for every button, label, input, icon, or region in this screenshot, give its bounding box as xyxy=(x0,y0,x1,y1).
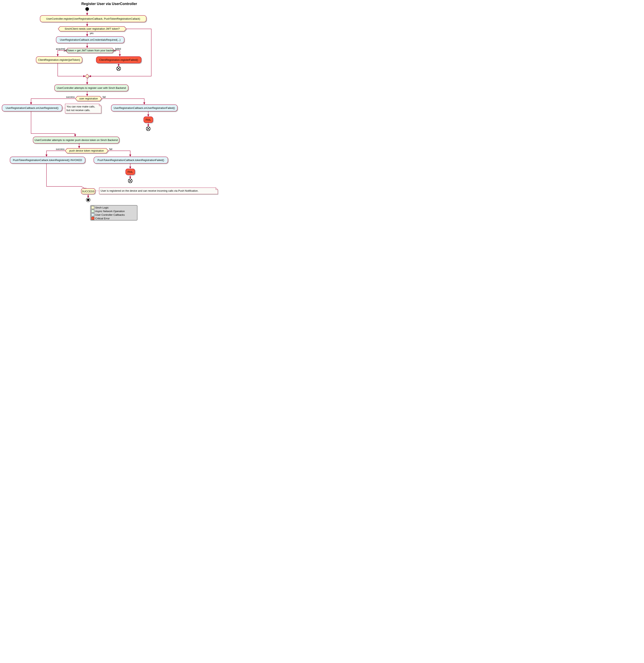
node-token-failed-text: PushTokenRegistrationCallback.tokenRegis… xyxy=(98,159,164,161)
note-make-calls-line2: but not receive calls. xyxy=(67,109,90,112)
edge-n6-n9 xyxy=(31,111,75,136)
decision-jwt-needed-text: SinchClient needs user registration JWT … xyxy=(65,27,120,30)
activity-final-inner xyxy=(87,199,89,201)
legend-label-3: User Controller Callbacks xyxy=(95,213,125,216)
legend-swatch-2 xyxy=(91,210,94,213)
legend-swatch-4 xyxy=(91,217,94,220)
edge-d3-fail-label: fail xyxy=(102,96,106,98)
node-fail-1-text: FAIL xyxy=(146,118,151,121)
edge-d2-acquired-label: acquired xyxy=(56,47,65,50)
edge-d4-fail xyxy=(108,151,130,156)
note-receive-calls-text: User is registered on the device and can… xyxy=(100,189,198,192)
legend-swatch-3 xyxy=(91,213,94,216)
diagram-title: Register User via UserController xyxy=(82,2,137,6)
node-token-registered-text: PushTokenRegistrationCallack.tokenRegist… xyxy=(13,159,82,161)
legend-label-2: Async Network Operation xyxy=(95,210,124,213)
node-on-user-registration-failed-text: UserRegistrationCallback.onUserRegistrat… xyxy=(114,107,175,109)
edge-d3-fail xyxy=(102,98,144,104)
decision-get-jwt-text: jwtToken = get JWT token from your backe… xyxy=(64,49,116,52)
edge-d4-success xyxy=(46,151,65,156)
activity-diagram: Register User via UserController UserCon… xyxy=(0,0,218,221)
legend-label-4: Critical Error xyxy=(95,217,110,220)
edge-d4-success-label: success xyxy=(56,148,65,151)
note-make-calls-line1: You can now make calls, xyxy=(67,105,95,108)
start-node xyxy=(85,7,89,11)
decision-user-registration-text: user registration xyxy=(79,97,98,100)
node-register-backend-text: UserController attempts to register user… xyxy=(57,86,126,89)
legend-swatch-1 xyxy=(91,206,94,209)
edge-n10-n13 xyxy=(46,163,87,190)
edge-d2-failed-label: failed xyxy=(115,47,121,50)
node-register-failed-text: ClientRegistration.registerFailed() xyxy=(99,58,138,61)
node-success-text: SUCCESS xyxy=(82,190,95,193)
edge-n3-merge xyxy=(58,63,85,76)
edge-d3-success xyxy=(31,98,75,104)
node-register-jwt-text: ClientRegistration.register(jwtToken) xyxy=(38,58,80,61)
node-fail-2-text: FAIL xyxy=(128,171,133,173)
node-register-push-text: UserController attempts to register push… xyxy=(34,138,118,141)
edge-d4-fail-label: fail xyxy=(109,148,112,151)
decision-push-registration-text: push device token registration xyxy=(69,149,104,152)
node-register-text: UserController.register(UserRegistration… xyxy=(46,17,140,20)
node-on-credentials-required-text: UserRegistrationCallback.onCredentialsRe… xyxy=(60,38,121,41)
node-on-user-registered-text: UserRegistrationCallback.onUserRegistere… xyxy=(6,107,59,109)
legend-label-1: Sinch Logic xyxy=(95,206,109,209)
merge-diamond xyxy=(85,74,89,78)
edge-d1-yes-label: yes xyxy=(90,32,94,35)
edge-d3-success-label: success xyxy=(66,96,75,98)
